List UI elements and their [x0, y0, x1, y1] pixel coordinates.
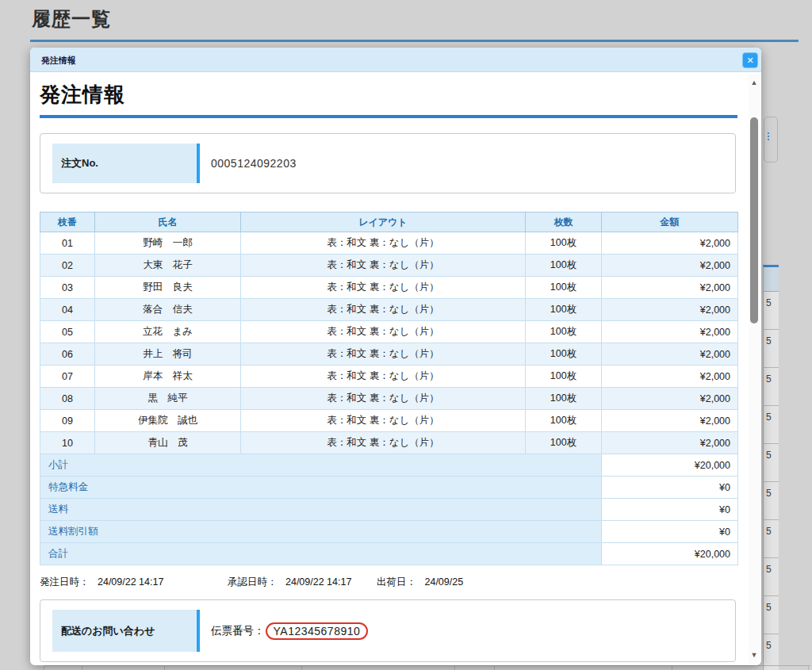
cell-name: 伊集院 誠也: [95, 410, 241, 432]
close-button[interactable]: ✕: [742, 52, 758, 68]
cell-name: 野田 良夫: [95, 277, 241, 299]
cell-branch-no: 03: [40, 277, 95, 299]
cell-layout: 表：和文 裏：なし（片）: [241, 366, 526, 388]
background-cell: 5: [763, 482, 779, 520]
background-cell-divider: [301, 665, 302, 670]
date-label: 出荷日：: [377, 576, 416, 588]
background-cell-divider: [494, 665, 495, 670]
date-label: 承認日時：: [228, 576, 278, 588]
date-value: 24/09/22 14:17: [285, 576, 351, 588]
modal-scrollbar[interactable]: ▲ ▼: [749, 74, 760, 664]
summary-value: ¥20,000: [602, 543, 738, 565]
order-number-section: 注文No. 0005124092203: [40, 133, 736, 193]
date-label: 発注日時：: [40, 576, 90, 588]
cell-layout: 表：和文 裏：なし（片）: [241, 343, 526, 366]
background-cell: 5: [763, 520, 779, 558]
summary-label: 特急料金: [40, 477, 602, 499]
table-row: 09 伊集院 誠也 表：和文 裏：なし（片） 100枚 ¥2,000: [40, 410, 738, 432]
background-cell-divider: [808, 665, 809, 670]
cell-layout: 表：和文 裏：なし（片）: [241, 410, 526, 432]
cell-name: 大東 花子: [95, 255, 241, 277]
cell-layout: 表：和文 裏：なし（片）: [241, 321, 526, 343]
cell-quantity: 100枚: [526, 232, 602, 255]
column-header: 枝番: [40, 212, 95, 232]
date-item: 承認日時： 24/09/22 14:17: [228, 576, 351, 589]
table-row: 02 大東 花子 表：和文 裏：なし（片） 100枚 ¥2,000: [40, 255, 738, 277]
summary-row: 送料割引額 ¥0: [40, 521, 738, 543]
scroll-down-icon[interactable]: ▼: [749, 649, 760, 660]
background-cell: 5: [763, 406, 779, 444]
background-cell: 5: [763, 292, 779, 330]
scrollbar-thumb[interactable]: [750, 117, 758, 324]
order-number-label: 注文No.: [52, 144, 200, 183]
background-cell: 5: [763, 558, 779, 596]
cell-quantity: 100枚: [526, 388, 602, 410]
date-item: 出荷日： 24/09/25: [377, 576, 463, 589]
table-row: 05 立花 まみ 表：和文 裏：なし（片） 100枚 ¥2,000: [40, 321, 738, 343]
cell-name: 野崎 一郎: [95, 232, 241, 255]
cell-branch-no: 04: [40, 299, 95, 321]
modal-heading-underline: [40, 115, 737, 118]
summary-value: ¥0: [602, 499, 738, 521]
background-cell: 5: [763, 330, 779, 368]
cell-layout: 表：和文 裏：なし（片）: [241, 432, 526, 454]
cell-branch-no: 05: [40, 321, 95, 343]
column-header: 枚数: [526, 212, 602, 232]
cell-amount: ¥2,000: [602, 232, 738, 255]
cell-quantity: 100枚: [526, 366, 602, 388]
cell-name: 黒 純平: [95, 388, 241, 410]
summary-row: 送料 ¥0: [40, 499, 738, 521]
background-cells: 5 5 5 5 5 5 5 5 5 5: [763, 292, 779, 670]
page-title: 履歴一覧: [32, 6, 111, 32]
order-detail-table: 枝番 氏名 レイアウト 枚数 金額 01 野崎 一郎 表：和文 裏：なし（片） …: [40, 212, 738, 565]
cell-branch-no: 09: [40, 410, 95, 432]
cell-quantity: 100枚: [526, 410, 602, 432]
background-cell: 5: [763, 444, 779, 482]
table-row: 08 黒 純平 表：和文 裏：なし（片） 100枚 ¥2,000: [40, 388, 738, 410]
table-row: 04 落合 信夫 表：和文 裏：なし（片） 100枚 ¥2,000: [40, 299, 738, 321]
cell-branch-no: 07: [40, 366, 95, 388]
column-header: 氏名: [95, 212, 241, 232]
date-value: 24/09/22 14:17: [98, 576, 163, 588]
table-row: 03 野田 良夫 表：和文 裏：なし（片） 100枚 ¥2,000: [40, 277, 738, 299]
cell-name: 青山 茂: [95, 432, 241, 454]
cell-amount: ¥2,000: [602, 277, 738, 299]
cell-layout: 表：和文 裏：なし（片）: [241, 299, 526, 321]
cell-quantity: 100枚: [526, 299, 602, 321]
cell-layout: 表：和文 裏：なし（片）: [241, 232, 526, 255]
cell-layout: 表：和文 裏：なし（片）: [241, 255, 526, 277]
background-cell: 5: [763, 596, 779, 634]
page-title-underline: [30, 40, 799, 42]
date-value: 24/09/25: [424, 576, 463, 588]
cell-amount: ¥2,000: [602, 388, 738, 410]
background-cell-divider: [454, 665, 455, 670]
summary-label: 送料: [40, 499, 602, 521]
summary-label: 送料割引額: [40, 521, 602, 543]
table-row: 01 野崎 一郎 表：和文 裏：なし（片） 100枚 ¥2,000: [40, 232, 738, 255]
summary-label: 合計: [40, 543, 602, 565]
cell-branch-no: 10: [40, 432, 95, 454]
summary-row: 特急料金 ¥0: [40, 477, 738, 499]
tracking-number-label: 伝票番号：: [211, 624, 265, 638]
column-header: レイアウト: [241, 212, 526, 232]
background-cell: 5: [763, 368, 779, 406]
table-row: 10 青山 茂 表：和文 裏：なし（片） 100枚 ¥2,000: [40, 432, 738, 454]
background-cell-divider: [82, 665, 82, 670]
background-button-fragment: [764, 117, 778, 163]
summary-value: ¥0: [602, 521, 738, 543]
background-table-sliver: 5 5 5 5 5 5 5 5 5 5: [763, 265, 779, 670]
scroll-up-icon[interactable]: ▲: [749, 77, 760, 88]
cell-name: 井上 将司: [95, 343, 241, 366]
summary-label: 小計: [40, 454, 602, 477]
cell-amount: ¥2,000: [602, 255, 738, 277]
cell-name: 立花 まみ: [95, 321, 241, 343]
delivery-inquiry-section: 配送のお問い合わせ 伝票番号： YA12345678910: [40, 599, 736, 662]
background-dots-decoration: [768, 132, 769, 134]
summary-value: ¥20,000: [602, 454, 738, 477]
background-cell-divider: [164, 665, 165, 670]
cell-quantity: 100枚: [526, 432, 602, 454]
order-number-value: 0005124092203: [211, 134, 729, 193]
order-rows: 01 野崎 一郎 表：和文 裏：なし（片） 100枚 ¥2,000 02 大東 …: [40, 232, 738, 454]
cell-quantity: 100枚: [526, 277, 602, 299]
summary-row: 合計 ¥20,000: [40, 543, 738, 565]
